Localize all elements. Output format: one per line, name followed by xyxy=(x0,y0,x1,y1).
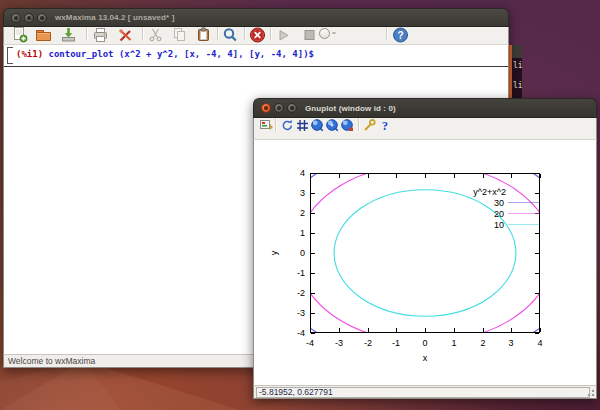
copy-icon[interactable] xyxy=(171,27,188,43)
plot-canvas[interactable]: -4-3-2-101234-4-3-2-101234xyy^2+x^230201… xyxy=(253,140,597,385)
minimize-button[interactable] xyxy=(24,13,34,23)
input-cell[interactable]: (%i1) contour_plot (x^2 + y^2, [x, -4, 4… xyxy=(16,49,314,59)
stop-icon[interactable] xyxy=(301,27,318,43)
legend-label: 20 xyxy=(494,209,504,219)
y-tick-label: 3 xyxy=(300,188,305,198)
help-icon[interactable]: ? xyxy=(392,27,409,43)
animation-slider[interactable] xyxy=(319,27,336,43)
open-folder-icon[interactable] xyxy=(35,27,52,43)
configure-icon[interactable] xyxy=(117,27,134,43)
gnuplot-toolbar: ? xyxy=(253,118,597,140)
terminal-tab-bar xyxy=(512,45,522,58)
x-tick-label: 0 xyxy=(422,338,427,348)
x-tick-label: -2 xyxy=(364,338,372,348)
paste-icon[interactable] xyxy=(195,27,212,43)
toolbar-separator xyxy=(270,27,271,40)
x-tick-label: 3 xyxy=(508,338,513,348)
close-button[interactable] xyxy=(11,13,21,23)
contour-plot: -4-3-2-101234-4-3-2-101234xyy^2+x^230201… xyxy=(254,140,598,385)
print-icon[interactable] xyxy=(92,27,109,43)
y-tick-label: 1 xyxy=(300,228,305,238)
y-tick-label: 0 xyxy=(300,248,305,258)
toolbar-separator xyxy=(244,27,245,40)
y-tick-label: -3 xyxy=(297,308,305,318)
copy-to-clipboard-icon[interactable] xyxy=(259,118,274,133)
toolbar-separator xyxy=(142,27,143,40)
desktop: li li wxMaxima 13.04.2 [ unsaved* ] ? (%… xyxy=(0,0,600,410)
maximize-button[interactable] xyxy=(37,13,47,23)
legend-label: 10 xyxy=(494,220,504,230)
save-icon[interactable] xyxy=(60,27,77,43)
autoscale-icon[interactable] xyxy=(340,118,355,133)
toolbar-separator xyxy=(358,118,359,131)
x-tick-label: 1 xyxy=(451,338,456,348)
toolbar-separator xyxy=(275,118,276,131)
new-document-icon[interactable] xyxy=(11,27,28,43)
x-tick-label: -1 xyxy=(392,338,400,348)
toolbar-separator xyxy=(217,27,218,40)
maximize-button[interactable] xyxy=(287,103,297,113)
terminal-text-line: li xyxy=(513,81,523,90)
slider-thumb[interactable] xyxy=(319,28,330,39)
gnuplot-titlebar[interactable]: Gnuplot (window id : 0) xyxy=(253,98,597,118)
legend-label: 30 xyxy=(494,198,504,208)
input-prompt: (%i1) xyxy=(16,49,43,59)
wxmaxima-titlebar[interactable]: wxMaxima 13.04.2 [ unsaved* ] xyxy=(3,8,509,27)
interrupt-icon[interactable] xyxy=(249,27,266,43)
contour-line-20 xyxy=(296,164,553,343)
options-icon[interactable] xyxy=(362,118,377,133)
zoom-next-icon[interactable] xyxy=(325,118,340,133)
cursor-coordinates: -5.81952, 0.627791 xyxy=(256,387,590,398)
resize-grip[interactable] xyxy=(585,387,595,397)
status-text: Welcome to wxMaxima xyxy=(8,356,95,366)
x-tick-label: 2 xyxy=(480,338,485,348)
x-axis-label: x xyxy=(423,353,428,363)
y-tick-label: -4 xyxy=(297,328,305,338)
input-code[interactable]: contour_plot (x^2 + y^2, [x, -4, 4], [y,… xyxy=(43,49,314,59)
x-tick-label: 4 xyxy=(537,338,542,348)
cell-bracket[interactable] xyxy=(7,47,13,64)
find-icon[interactable] xyxy=(222,27,239,43)
toggle-grid-icon[interactable] xyxy=(295,118,310,133)
svg-text:?: ? xyxy=(397,30,403,41)
y-tick-label: -2 xyxy=(297,288,305,298)
x-tick-label: -3 xyxy=(335,338,343,348)
terminal-text-line: li xyxy=(513,61,523,70)
play-icon[interactable] xyxy=(275,27,292,43)
y-axis-label: y xyxy=(269,250,279,255)
minimize-button[interactable] xyxy=(274,103,284,113)
gnuplot-statusbar: -5.81952, 0.627791 xyxy=(253,385,597,399)
legend-title: y^2+x^2 xyxy=(473,187,506,197)
svg-text:?: ? xyxy=(382,119,388,133)
x-tick-label: -4 xyxy=(306,338,314,348)
replot-icon[interactable] xyxy=(280,118,295,133)
plot-border xyxy=(311,174,540,333)
help-icon[interactable]: ? xyxy=(378,118,393,133)
zoom-previous-icon[interactable] xyxy=(310,118,325,133)
window-title: Gnuplot (window id : 0) xyxy=(305,104,396,113)
gnuplot-window: Gnuplot (window id : 0) ? -4-3-2-101234-… xyxy=(253,98,597,399)
y-tick-label: 4 xyxy=(300,168,305,178)
cell-separator xyxy=(4,66,508,67)
toolbar-separator xyxy=(86,27,87,40)
toolbar-separator xyxy=(386,27,387,40)
y-tick-label: -1 xyxy=(297,268,305,278)
close-button[interactable] xyxy=(261,103,271,113)
cut-icon[interactable] xyxy=(147,27,164,43)
wxmaxima-toolbar: ? xyxy=(3,27,509,45)
terminal-window-edge[interactable]: li li xyxy=(508,45,522,101)
y-tick-label: 2 xyxy=(300,208,305,218)
window-title: wxMaxima 13.04.2 [ unsaved* ] xyxy=(55,13,174,22)
contour-line-10 xyxy=(334,190,516,316)
